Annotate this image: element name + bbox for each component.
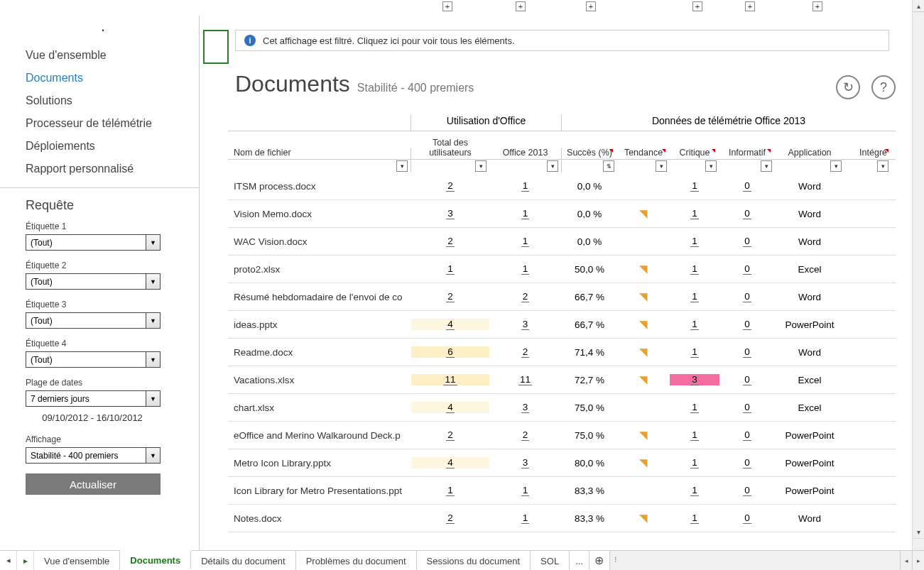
cell-informative[interactable]: 0 — [719, 346, 775, 358]
expand-col-3[interactable]: + — [586, 1, 596, 11]
chevron-down-icon[interactable]: ▼ — [146, 448, 160, 463]
table-row[interactable]: Readme.docx6271,4 %◥10Word — [228, 339, 896, 366]
filter-info-bar[interactable]: i Cet affichage est filtré. Cliquez ici … — [235, 30, 889, 51]
cell-office2013[interactable]: 2 — [489, 291, 562, 302]
nav-item[interactable]: Processeur de télémétrie — [0, 112, 199, 135]
sheet-tab[interactable]: Sessions du document — [417, 551, 531, 570]
cell-office2013[interactable]: 1 — [489, 236, 562, 247]
filter-btn-trend[interactable]: ▾ — [656, 160, 667, 172]
cell-total-users[interactable]: 2 — [411, 180, 489, 192]
combo-etiquette-4[interactable]: (Tout)▼ — [26, 351, 161, 368]
combo-etiquette-2[interactable]: (Tout)▼ — [26, 273, 161, 290]
nav-item[interactable]: Déploiements — [0, 135, 199, 158]
filter-btn-total-users[interactable]: ▾ — [475, 160, 487, 172]
sheet-tab[interactable]: Documents — [120, 550, 191, 569]
sheet-tab[interactable]: Détails du document — [191, 551, 296, 570]
filter-btn-critical[interactable]: ▾ — [705, 160, 717, 172]
filter-btn-success-active[interactable]: ⇅ — [603, 160, 614, 172]
combo-date-range[interactable]: 7 derniers jours▼ — [26, 390, 161, 407]
cell-office2013[interactable]: 3 — [489, 402, 562, 413]
cell-office2013[interactable]: 3 — [489, 457, 562, 468]
horizontal-scrollbar[interactable]: ⁝ ◂▸ — [609, 551, 924, 570]
cell-informative[interactable]: 0 — [719, 319, 775, 330]
chevron-down-icon[interactable]: ▼ — [146, 391, 160, 406]
sheet-tab[interactable]: SOL — [531, 551, 570, 570]
cell-informative[interactable]: 0 — [719, 374, 775, 385]
nav-item[interactable]: Vue d'ensemble — [0, 44, 199, 67]
hscroll-right[interactable]: ▸ — [912, 551, 924, 570]
cell-informative[interactable]: 0 — [719, 402, 775, 413]
cell-informative[interactable]: 0 — [719, 485, 775, 496]
cell-office2013[interactable]: 1 — [489, 263, 562, 275]
cell-total-users[interactable]: 2 — [411, 236, 489, 247]
table-row[interactable]: WAC Vision.docx210,0 %10Word — [228, 228, 896, 256]
cell-total-users[interactable]: 4 — [411, 319, 489, 330]
filter-btn-informative[interactable]: ▾ — [761, 160, 772, 172]
cell-total-users[interactable]: 2 — [411, 429, 489, 441]
combo-display[interactable]: Stabilité - 400 premiers▼ — [26, 447, 161, 464]
table-row[interactable]: Résumé hebdomadaire de l'envoi de co2266… — [228, 283, 896, 311]
table-row[interactable]: Vision Memo.docx310,0 %◥10Word — [228, 200, 896, 228]
cell-office2013[interactable]: 1 — [489, 485, 562, 496]
filter-btn-filename[interactable]: ▾ — [396, 160, 408, 172]
cell-total-users[interactable]: 11 — [411, 374, 489, 385]
cell-office2013[interactable]: 11 — [489, 374, 562, 385]
cell-office2013[interactable]: 1 — [489, 513, 562, 524]
expand-col-4[interactable]: + — [692, 1, 702, 11]
combo-etiquette-1[interactable]: (Tout)▼ — [26, 234, 161, 251]
cell-critical[interactable]: 1 — [670, 513, 719, 524]
cell-office2013[interactable]: 2 — [489, 429, 562, 441]
hscroll-left[interactable]: ◂ — [900, 551, 912, 570]
cell-total-users[interactable]: 2 — [411, 513, 489, 524]
filter-btn-integrated[interactable]: ▾ — [877, 160, 888, 172]
table-row[interactable]: chart.xlsx4375,0 %10Excel — [228, 394, 896, 422]
expand-col-5[interactable]: + — [745, 1, 755, 11]
cell-office2013[interactable]: 3 — [489, 319, 562, 330]
resize-handle-icon[interactable]: ⁝ — [614, 555, 619, 564]
table-row[interactable]: Icon Library for Metro Presentations.ppt… — [228, 477, 896, 505]
filter-btn-office2013[interactable]: ▾ — [547, 160, 558, 172]
cell-total-users[interactable]: 2 — [411, 291, 489, 302]
expand-col-2[interactable]: + — [516, 1, 526, 11]
expand-col-6[interactable]: + — [812, 1, 822, 11]
chevron-down-icon[interactable]: ▼ — [146, 313, 160, 328]
table-row[interactable]: ideas.pptx4366,7 %◥10PowerPoint — [228, 311, 896, 339]
cell-informative[interactable]: 0 — [719, 236, 775, 247]
sheet-tab[interactable]: Problèmes du document — [296, 551, 417, 570]
table-row[interactable]: eOffice and Merino Walkaround Deck.p2275… — [228, 422, 896, 449]
table-row[interactable]: Vacations.xlsx111172,7 %◥30Excel — [228, 366, 896, 394]
cell-total-users[interactable]: 4 — [411, 402, 489, 413]
nav-item[interactable]: Documents — [0, 67, 199, 89]
cell-total-users[interactable]: 1 — [411, 485, 489, 496]
table-row[interactable]: Notes.docx2183,3 %◥10Word — [228, 505, 896, 532]
sheet-tab[interactable]: Vue d'ensemble — [34, 551, 120, 570]
cell-informative[interactable]: 0 — [719, 208, 775, 219]
refresh-icon-button[interactable]: ↻ — [836, 75, 860, 99]
cell-critical[interactable]: 1 — [670, 236, 719, 247]
table-row[interactable]: ITSM process.docx210,0 %10Word — [228, 172, 896, 200]
expand-col-1[interactable]: + — [442, 1, 452, 11]
combo-etiquette-3[interactable]: (Tout)▼ — [26, 312, 161, 329]
scroll-up-arrow[interactable]: ▴ — [913, 0, 924, 12]
chevron-down-icon[interactable]: ▼ — [146, 235, 160, 250]
chevron-down-icon[interactable]: ▼ — [146, 274, 160, 289]
cell-total-users[interactable]: 3 — [411, 208, 489, 219]
refresh-button[interactable]: Actualiser — [26, 473, 161, 495]
tab-nav-prev[interactable]: ◂ — [0, 551, 17, 570]
chevron-down-icon[interactable]: ▼ — [146, 352, 160, 367]
cell-informative[interactable]: 0 — [719, 263, 775, 275]
cell-critical[interactable]: 1 — [670, 485, 719, 496]
tab-nav-next[interactable]: ▸ — [17, 551, 34, 570]
cell-critical[interactable]: 1 — [670, 208, 719, 219]
cell-critical[interactable]: 1 — [670, 346, 719, 358]
nav-item[interactable]: Solutions — [0, 89, 199, 112]
cell-informative[interactable]: 0 — [719, 513, 775, 524]
cell-critical[interactable]: 1 — [670, 263, 719, 275]
cell-office2013[interactable]: 1 — [489, 208, 562, 219]
cell-critical[interactable]: 1 — [670, 291, 719, 302]
table-row[interactable]: Metro Icon Library.pptx4380,0 %◥10PowerP… — [228, 449, 896, 477]
cell-critical[interactable]: 1 — [670, 180, 719, 192]
cell-total-users[interactable]: 4 — [411, 457, 489, 468]
cell-critical[interactable]: 1 — [670, 319, 719, 330]
cell-critical[interactable]: 1 — [670, 429, 719, 441]
